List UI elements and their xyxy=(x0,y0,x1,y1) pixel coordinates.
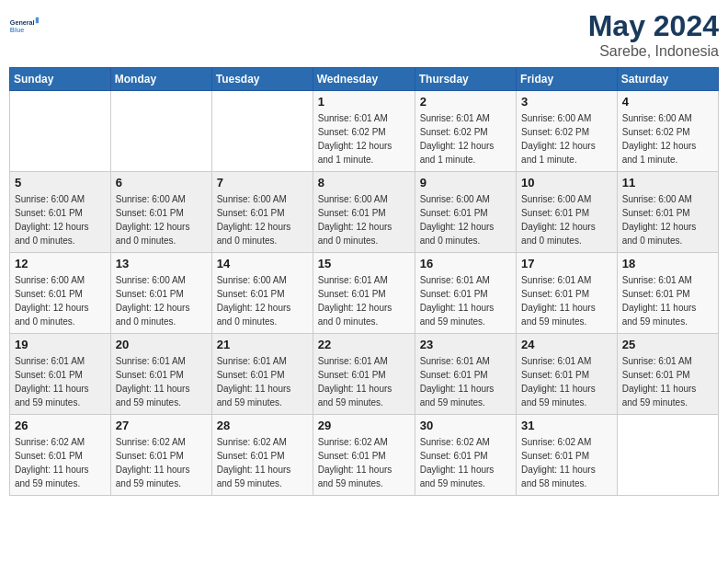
calendar-cell: 7Sunrise: 6:00 AMSunset: 6:01 PMDaylight… xyxy=(211,172,313,253)
calendar-cell: 30Sunrise: 6:02 AMSunset: 6:01 PMDayligh… xyxy=(415,415,516,496)
day-number: 20 xyxy=(116,338,207,351)
calendar-header: SundayMondayTuesdayWednesdayThursdayFrid… xyxy=(10,68,719,91)
day-header-friday: Friday xyxy=(517,68,618,91)
day-header-monday: Monday xyxy=(110,68,211,91)
day-number: 2 xyxy=(420,95,511,109)
day-number: 13 xyxy=(116,257,207,270)
month-year: May 2024 xyxy=(588,9,719,43)
day-info: Sunrise: 6:01 AMSunset: 6:01 PMDaylight:… xyxy=(622,354,713,409)
calendar-cell: 12Sunrise: 6:00 AMSunset: 6:01 PMDayligh… xyxy=(10,253,111,334)
day-info: Sunrise: 6:00 AMSunset: 6:01 PMDaylight:… xyxy=(15,273,106,328)
day-number: 7 xyxy=(217,176,308,190)
day-number: 3 xyxy=(521,95,612,109)
day-number: 22 xyxy=(318,338,410,351)
day-info: Sunrise: 6:01 AMSunset: 6:01 PMDaylight:… xyxy=(318,273,410,328)
calendar-cell: 13Sunrise: 6:00 AMSunset: 6:01 PMDayligh… xyxy=(110,253,211,334)
calendar-cell: 22Sunrise: 6:01 AMSunset: 6:01 PMDayligh… xyxy=(313,334,415,415)
day-info: Sunrise: 6:01 AMSunset: 6:01 PMDaylight:… xyxy=(15,354,106,409)
calendar: SundayMondayTuesdayWednesdayThursdayFrid… xyxy=(9,67,719,496)
day-number: 1 xyxy=(318,95,410,109)
calendar-cell: 11Sunrise: 6:00 AMSunset: 6:01 PMDayligh… xyxy=(617,172,718,253)
day-info: Sunrise: 6:02 AMSunset: 6:01 PMDaylight:… xyxy=(318,435,410,490)
calendar-cell: 31Sunrise: 6:02 AMSunset: 6:01 PMDayligh… xyxy=(517,415,618,496)
day-info: Sunrise: 6:00 AMSunset: 6:01 PMDaylight:… xyxy=(116,273,207,328)
day-number: 5 xyxy=(15,176,106,190)
calendar-cell: 18Sunrise: 6:01 AMSunset: 6:01 PMDayligh… xyxy=(617,253,718,334)
calendar-cell: 9Sunrise: 6:00 AMSunset: 6:01 PMDaylight… xyxy=(415,172,516,253)
day-info: Sunrise: 6:00 AMSunset: 6:01 PMDaylight:… xyxy=(420,192,511,247)
calendar-cell: 3Sunrise: 6:00 AMSunset: 6:02 PMDaylight… xyxy=(517,91,618,172)
calendar-cell: 17Sunrise: 6:01 AMSunset: 6:01 PMDayligh… xyxy=(517,253,618,334)
day-header-tuesday: Tuesday xyxy=(211,68,313,91)
calendar-cell xyxy=(10,91,111,172)
calendar-cell: 5Sunrise: 6:00 AMSunset: 6:01 PMDaylight… xyxy=(10,172,111,253)
calendar-cell: 26Sunrise: 6:02 AMSunset: 6:01 PMDayligh… xyxy=(10,415,111,496)
day-info: Sunrise: 6:02 AMSunset: 6:01 PMDaylight:… xyxy=(420,435,511,490)
day-info: Sunrise: 6:00 AMSunset: 6:01 PMDaylight:… xyxy=(217,192,308,247)
day-info: Sunrise: 6:00 AMSunset: 6:02 PMDaylight:… xyxy=(521,111,612,167)
calendar-cell: 23Sunrise: 6:01 AMSunset: 6:01 PMDayligh… xyxy=(415,334,516,415)
calendar-cell: 21Sunrise: 6:01 AMSunset: 6:01 PMDayligh… xyxy=(211,334,313,415)
day-info: Sunrise: 6:02 AMSunset: 6:01 PMDaylight:… xyxy=(116,435,207,490)
calendar-cell: 15Sunrise: 6:01 AMSunset: 6:01 PMDayligh… xyxy=(313,253,415,334)
calendar-cell: 8Sunrise: 6:00 AMSunset: 6:01 PMDaylight… xyxy=(313,172,415,253)
calendar-cell xyxy=(211,91,313,172)
calendar-cell: 10Sunrise: 6:00 AMSunset: 6:01 PMDayligh… xyxy=(517,172,618,253)
day-number: 16 xyxy=(420,257,511,270)
day-info: Sunrise: 6:01 AMSunset: 6:01 PMDaylight:… xyxy=(521,273,612,328)
day-number: 21 xyxy=(217,338,308,351)
day-number: 18 xyxy=(622,257,713,270)
page-header: General Blue May 2024 Sarebe, Indonesia xyxy=(9,9,719,60)
day-info: Sunrise: 6:01 AMSunset: 6:01 PMDaylight:… xyxy=(420,273,511,328)
calendar-cell: 20Sunrise: 6:01 AMSunset: 6:01 PMDayligh… xyxy=(110,334,211,415)
day-info: Sunrise: 6:00 AMSunset: 6:02 PMDaylight:… xyxy=(622,111,713,167)
logo: General Blue xyxy=(9,9,39,42)
day-number: 27 xyxy=(116,419,207,432)
day-number: 14 xyxy=(217,257,308,270)
calendar-cell xyxy=(110,91,211,172)
day-header-sunday: Sunday xyxy=(10,68,111,91)
day-info: Sunrise: 6:02 AMSunset: 6:01 PMDaylight:… xyxy=(521,435,612,490)
day-info: Sunrise: 6:00 AMSunset: 6:01 PMDaylight:… xyxy=(521,192,612,247)
day-info: Sunrise: 6:01 AMSunset: 6:01 PMDaylight:… xyxy=(217,354,308,409)
day-info: Sunrise: 6:01 AMSunset: 6:01 PMDaylight:… xyxy=(521,354,612,409)
day-number: 9 xyxy=(420,176,511,190)
title-block: May 2024 Sarebe, Indonesia xyxy=(588,9,719,60)
day-number: 10 xyxy=(521,176,612,190)
day-info: Sunrise: 6:01 AMSunset: 6:01 PMDaylight:… xyxy=(622,273,713,328)
logo-svg: General Blue xyxy=(9,9,39,42)
day-number: 25 xyxy=(622,338,713,351)
day-number: 26 xyxy=(15,419,106,432)
day-info: Sunrise: 6:00 AMSunset: 6:01 PMDaylight:… xyxy=(15,192,106,247)
day-info: Sunrise: 6:00 AMSunset: 6:01 PMDaylight:… xyxy=(116,192,207,247)
day-number: 23 xyxy=(420,338,511,351)
day-number: 30 xyxy=(420,419,511,432)
calendar-cell xyxy=(617,415,718,496)
day-number: 11 xyxy=(622,176,713,190)
day-number: 4 xyxy=(622,95,713,109)
calendar-cell: 19Sunrise: 6:01 AMSunset: 6:01 PMDayligh… xyxy=(10,334,111,415)
svg-marker-3 xyxy=(36,17,39,23)
day-info: Sunrise: 6:01 AMSunset: 6:01 PMDaylight:… xyxy=(116,354,207,409)
day-number: 28 xyxy=(217,419,308,432)
calendar-cell: 24Sunrise: 6:01 AMSunset: 6:01 PMDayligh… xyxy=(517,334,618,415)
day-header-wednesday: Wednesday xyxy=(313,68,415,91)
calendar-cell: 4Sunrise: 6:00 AMSunset: 6:02 PMDaylight… xyxy=(617,91,718,172)
svg-text:Blue: Blue xyxy=(10,26,25,34)
calendar-cell: 1Sunrise: 6:01 AMSunset: 6:02 PMDaylight… xyxy=(313,91,415,172)
day-number: 6 xyxy=(116,176,207,190)
location: Sarebe, Indonesia xyxy=(588,43,719,60)
day-info: Sunrise: 6:02 AMSunset: 6:01 PMDaylight:… xyxy=(217,435,308,490)
calendar-cell: 2Sunrise: 6:01 AMSunset: 6:02 PMDaylight… xyxy=(415,91,516,172)
day-number: 29 xyxy=(318,419,410,432)
day-number: 12 xyxy=(15,257,106,270)
calendar-cell: 14Sunrise: 6:00 AMSunset: 6:01 PMDayligh… xyxy=(211,253,313,334)
day-info: Sunrise: 6:01 AMSunset: 6:02 PMDaylight:… xyxy=(420,111,511,167)
day-info: Sunrise: 6:01 AMSunset: 6:02 PMDaylight:… xyxy=(318,111,410,167)
day-number: 31 xyxy=(521,419,612,432)
calendar-cell: 6Sunrise: 6:00 AMSunset: 6:01 PMDaylight… xyxy=(110,172,211,253)
day-header-thursday: Thursday xyxy=(415,68,516,91)
day-info: Sunrise: 6:02 AMSunset: 6:01 PMDaylight:… xyxy=(15,435,106,490)
day-info: Sunrise: 6:00 AMSunset: 6:01 PMDaylight:… xyxy=(217,273,308,328)
calendar-cell: 25Sunrise: 6:01 AMSunset: 6:01 PMDayligh… xyxy=(617,334,718,415)
